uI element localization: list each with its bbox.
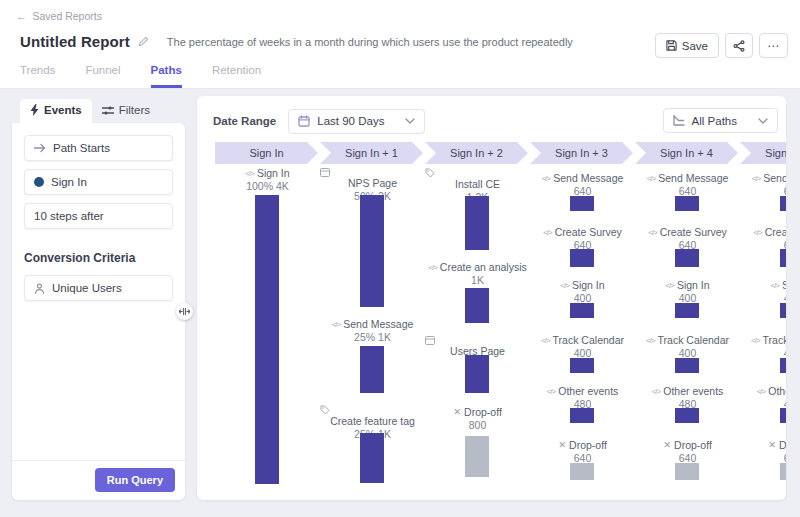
edit-title-icon[interactable] (138, 36, 149, 47)
top-header: ← Saved Reports Untitled Report The perc… (0, 0, 800, 89)
sidebar-tabs: Events Filters (20, 99, 160, 123)
event-value: 25% 1K (320, 331, 425, 344)
sidebar-tab-events[interactable]: Events (20, 99, 92, 123)
event-node-label: </>Sign In100% 4K (215, 167, 320, 193)
event-name: Send Message (763, 172, 786, 184)
flow-bar[interactable] (780, 408, 786, 423)
sidebar-resize-handle[interactable] (176, 303, 193, 320)
event-node-label: </>Send Message640 (740, 172, 786, 198)
dropoff-bar[interactable] (675, 463, 699, 480)
paths-filter-dropdown[interactable]: All Paths (663, 108, 778, 133)
event-value: 100% 4K (215, 180, 320, 193)
event-name: Create Survey (765, 226, 786, 238)
code-event-icon: </> (428, 263, 437, 272)
flow-bar[interactable] (570, 358, 594, 373)
code-event-icon: </> (560, 281, 569, 290)
dropoff-icon: ✕ (663, 439, 671, 450)
event-node-label: </>Track Calendar400 (530, 334, 635, 360)
event-name: Drop-off (674, 439, 712, 451)
steps-after-item[interactable]: 10 steps after (24, 203, 173, 229)
path-step-header: Sign In + 5 (740, 142, 786, 164)
flow-bar[interactable] (675, 303, 699, 318)
flow-bar[interactable] (465, 288, 489, 323)
code-event-icon: </> (757, 387, 766, 396)
event-name: Send Message (658, 172, 728, 184)
code-event-icon: </> (245, 169, 254, 178)
flow-bar[interactable] (675, 358, 699, 373)
path-step-header: Sign In + 1 (320, 142, 423, 164)
flow-bar[interactable] (780, 303, 786, 318)
flow-bar[interactable] (360, 433, 384, 483)
event-name: NPS Page (348, 177, 397, 189)
tab-retention[interactable]: Retention (212, 64, 261, 88)
path-chart-icon (673, 115, 685, 126)
user-icon (34, 283, 45, 294)
dropoff-bar[interactable] (465, 436, 489, 477)
flow-bar[interactable] (360, 346, 384, 393)
code-event-icon: </> (541, 336, 550, 345)
tag-event-icon (425, 168, 435, 178)
path-starts-item[interactable]: Path Starts (24, 135, 173, 161)
code-event-icon: </> (752, 174, 761, 183)
flow-bar[interactable] (255, 195, 279, 484)
event-item-sign-in[interactable]: Sign In (24, 169, 173, 195)
event-name: Sign In (257, 167, 290, 179)
code-event-icon: </> (646, 336, 655, 345)
event-node-label: </>Create an analysis1K (425, 261, 530, 287)
page-title: Untitled Report (20, 33, 130, 50)
event-value: 1K (425, 274, 530, 287)
event-node-label: ✕Drop-off640 (530, 438, 635, 465)
code-event-icon: </> (542, 174, 551, 183)
tab-trends[interactable]: Trends (20, 64, 55, 88)
code-event-icon: </> (753, 228, 762, 237)
path-step-header: Sign In + 3 (530, 142, 633, 164)
path-step-header: Sign In + 4 (635, 142, 738, 164)
event-name: Send Message (553, 172, 623, 184)
more-icon: ⋯ (767, 42, 780, 50)
code-event-icon: </> (648, 228, 657, 237)
flow-bar[interactable] (780, 249, 786, 267)
event-name: Create feature tag (330, 415, 415, 427)
event-name: Drop-off (569, 439, 607, 451)
code-event-icon: </> (647, 174, 656, 183)
resize-arrows-icon (179, 307, 190, 316)
share-button[interactable] (725, 33, 753, 58)
event-node-label: ✕Drop-off800 (425, 405, 530, 432)
path-step-header: Sign In + 2 (425, 142, 528, 164)
date-range-dropdown[interactable]: Last 90 Days (288, 109, 425, 134)
flow-bar[interactable] (360, 195, 384, 307)
flow-bar[interactable] (675, 249, 699, 267)
dropoff-bar[interactable] (780, 463, 786, 480)
flow-bar[interactable] (675, 408, 699, 423)
event-value: 800 (425, 419, 530, 432)
flow-bar[interactable] (780, 196, 786, 211)
flow-bar[interactable] (570, 408, 594, 423)
flow-bar[interactable] (465, 355, 489, 393)
dropoff-bar[interactable] (570, 463, 594, 480)
event-name: Sign In (677, 279, 710, 291)
run-query-button[interactable]: Run Query (95, 468, 175, 492)
event-name: Track Calendar (658, 334, 729, 346)
event-name: Other events (558, 385, 618, 397)
dropoff-icon: ✕ (558, 439, 566, 450)
save-button[interactable]: Save (655, 33, 719, 58)
flow-bar[interactable] (570, 249, 594, 267)
flow-bar[interactable] (570, 303, 594, 318)
back-link[interactable]: ← Saved Reports (16, 10, 102, 22)
tab-paths[interactable]: Paths (151, 64, 182, 88)
date-range-label: Date Range (213, 115, 276, 127)
more-button[interactable]: ⋯ (759, 33, 788, 58)
share-icon (733, 40, 745, 52)
flow-bar[interactable] (675, 196, 699, 211)
tag-event-icon (320, 405, 330, 415)
flow-bar[interactable] (465, 196, 489, 250)
flow-bar[interactable] (780, 358, 786, 373)
tab-funnel[interactable]: Funnel (85, 64, 120, 88)
event-node-label: </>Send Message25% 1K (320, 318, 425, 344)
event-name: Track Calendar (553, 334, 624, 346)
flow-bar[interactable] (570, 196, 594, 211)
unique-users-item[interactable]: Unique Users (24, 275, 173, 301)
sidebar-tab-filters[interactable]: Filters (92, 99, 160, 123)
code-event-icon: </> (665, 281, 674, 290)
page-event-icon (320, 168, 330, 177)
